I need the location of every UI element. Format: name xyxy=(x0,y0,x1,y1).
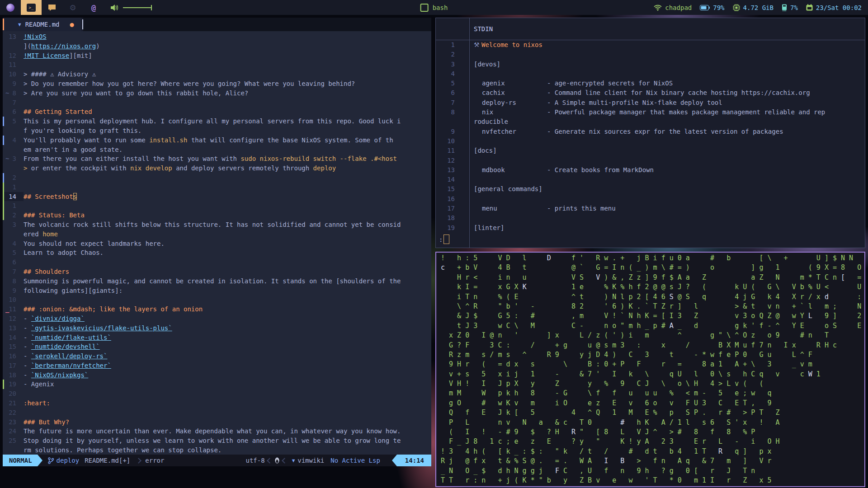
terminal-icon: >_ xyxy=(27,4,36,12)
volume-slider[interactable] xyxy=(123,7,152,8)
editor-line: 13!NixOS xyxy=(3,32,431,42)
volume-slider-handle[interactable] xyxy=(151,5,152,10)
line-text: ### :onion: &mdash; like the layers of a… xyxy=(24,305,203,313)
window-title-text: bash xyxy=(433,4,448,11)
pager-line: 18 xyxy=(436,213,865,223)
line-number: 12 xyxy=(3,51,24,61)
speaker-icon[interactable] xyxy=(110,4,118,11)
editor-line: 2### Status: Beta xyxy=(3,211,431,220)
encoding-text: utf-8 xyxy=(245,457,264,464)
pager-line: 13mdbook- Create books from MarkDown xyxy=(436,165,865,175)
link[interactable]: `serokell/deploy-rs` xyxy=(31,352,108,360)
line-number: 4 xyxy=(3,239,24,249)
link[interactable]: `berberman/nvfetcher` xyxy=(31,362,111,369)
editor-line: 25Stop doing it by yourself, unless we l… xyxy=(3,436,431,446)
scrambled-terminal-window[interactable]: ! h : 5 V D l D f ' R w . + j B i f u 0 … xyxy=(435,252,865,487)
matrix-row: V H ! I J p X y Z y % 9 C J \ o \ H 4 > … xyxy=(441,379,864,389)
battery-status[interactable]: 79% xyxy=(700,4,724,11)
launcher-group: >_ ⚙ @ xyxy=(0,0,152,15)
pager-line: 3[devos] xyxy=(436,60,865,69)
at-icon[interactable]: @ xyxy=(83,0,104,15)
editor-line: 7## Shoulders xyxy=(3,267,431,277)
matrix-row: 9 H r ( = d x s \ B : 0 + P F r = 8 a 1 … xyxy=(441,360,864,369)
tab-readme[interactable]: ▼ README.md ● xyxy=(3,18,81,31)
line-number: 19 xyxy=(3,380,24,389)
editor-line: 12- `divnix/digga` xyxy=(3,314,431,324)
calendar-icon xyxy=(806,4,813,11)
editor-line: 4You'll probably want to run some instal… xyxy=(3,136,431,145)
ram-stick-icon xyxy=(782,4,787,11)
link[interactable]: !NixOS xyxy=(24,33,47,40)
link[interactable]: `divnix/digga` xyxy=(31,315,85,322)
filetype-text: vimwiki xyxy=(297,457,324,464)
line-number: 7 xyxy=(3,98,24,108)
battery-icon xyxy=(700,5,710,10)
line-text: - `gytis-ivaskevicius/flake-utils-plus` xyxy=(24,324,172,332)
pager-line-number: 7 xyxy=(436,98,462,108)
link[interactable]: `gytis-ivaskevicius/flake-utils-plus` xyxy=(31,324,172,332)
firefox-icon[interactable] xyxy=(0,0,21,15)
line-number: 17 xyxy=(3,361,24,371)
terminal-workspace-icon[interactable]: >_ xyxy=(21,0,42,15)
battery-percent: 79% xyxy=(713,4,724,11)
pager-command-prompt[interactable]: : xyxy=(439,235,449,244)
pager-cursor xyxy=(443,235,449,244)
gitsign-bar xyxy=(3,136,4,145)
package-description: - A Simple multi-profile Nix-flake deplo… xyxy=(547,99,722,106)
editor-buffer[interactable]: 13!NixOS](https://nixos.org)12!MIT Licen… xyxy=(3,31,431,455)
pager-line: 11[docs] xyxy=(436,146,865,155)
matrix-row: Q f E J k [ 5 4 ^ Q 1 M E % p S P . r # … xyxy=(441,408,864,418)
lsp-status: No Active Lsp xyxy=(330,457,380,464)
memory-value: 4.72 GiB xyxy=(743,4,774,11)
line-text: ## Shoulders xyxy=(24,268,69,275)
prompt-colon: : xyxy=(439,236,443,243)
editor-line: ~3From there you can either install the … xyxy=(3,154,431,164)
matrix-row: G ? F 3 C : / + g u @ s m 3 : x / B X M … xyxy=(441,341,864,350)
link[interactable]: `NixOS/nixpkgs` xyxy=(31,371,88,379)
editor-line: 19- Agenix xyxy=(3,380,431,389)
matrix-row: ( I ! - # 9 $ ? H R " [ 8 L V J ^ > # 8 … xyxy=(441,427,864,437)
git-branch-icon xyxy=(48,457,54,464)
focused-window-title: bash xyxy=(420,0,448,15)
pager-header: STDIN xyxy=(436,18,865,40)
git-branch[interactable]: deploy xyxy=(48,457,80,464)
top-bar: >_ ⚙ @ bash xyxy=(0,0,868,15)
pager-body[interactable]: 1⚒ Welcome to nixos23[devos]45agenix- ag… xyxy=(436,40,865,233)
line-text: !MIT License][mit] xyxy=(24,52,92,59)
line-text: From there you can either install the ho… xyxy=(24,155,397,162)
pager-line-number: 6 xyxy=(436,88,462,98)
line-number: 2 xyxy=(3,211,24,220)
editor-tabline: ▼ README.md ● xyxy=(3,18,431,31)
wifi-icon xyxy=(654,5,662,11)
line-number: 13 xyxy=(3,324,24,333)
line-text: The volcanic rock still shifts below thi… xyxy=(24,221,401,228)
gitsign-bar xyxy=(3,192,4,202)
memory-status[interactable]: 4.72 GiB xyxy=(733,4,774,11)
gear-icon[interactable]: ⚙ xyxy=(62,0,83,15)
link[interactable]: https://nixos.org xyxy=(31,42,96,50)
network-status[interactable]: chadpad xyxy=(654,4,692,11)
line-number: 1 xyxy=(3,183,24,192)
diagnostic-text: error xyxy=(145,457,164,464)
link[interactable]: `numtide/flake-utils` xyxy=(31,334,111,341)
link[interactable]: `numtide/devshell` xyxy=(31,343,100,350)
line-text: ered home xyxy=(24,230,58,238)
line-text: > or enter the cockpit with nix develop … xyxy=(24,164,336,172)
line-number: 1 xyxy=(3,201,24,211)
line-number: 2 xyxy=(3,173,24,183)
editor-line: 22 xyxy=(3,408,431,418)
editor-line: 23### But Why? xyxy=(3,418,431,427)
link[interactable]: !MIT License xyxy=(24,52,69,59)
pager-title: STDIN xyxy=(436,25,493,33)
editor-line: ered home xyxy=(3,230,431,239)
line-number: 25 xyxy=(3,436,24,446)
chat-icon[interactable] xyxy=(42,0,62,15)
line-number: 18 xyxy=(3,371,24,380)
clock-status[interactable]: 23/Sat 00:02 xyxy=(806,4,862,11)
editor-line: 17- `berberman/nvfetcher` xyxy=(3,361,431,371)
cpu-status[interactable]: 7% xyxy=(782,4,798,11)
line-text: You should not expect landmarks here. xyxy=(24,240,165,247)
line-text: f you're looking to graft this. xyxy=(24,127,142,134)
package-name: mdbook xyxy=(462,165,547,175)
pager-line: roducible xyxy=(436,117,865,127)
